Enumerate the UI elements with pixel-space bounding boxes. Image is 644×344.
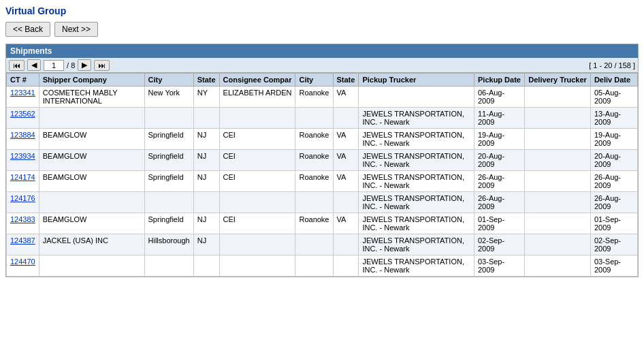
delivery-trucker-cell — [525, 234, 591, 255]
deliv-date-cell: 03-Sep-2009 — [590, 255, 637, 277]
shipments-section: Shipments ⏮ ◀ / 8 ▶ ⏭ [ 1 - 20 / 158 ] C… — [5, 44, 639, 277]
section-title: Shipments — [6, 44, 638, 58]
consignee-city-cell: Roanoke — [295, 213, 333, 234]
ct-number-cell: 123884 — [7, 129, 39, 150]
pickup-trucker-cell: JEWELS TRANSPORTATION, INC. - Newark — [359, 108, 474, 129]
shipper-city-cell: New York — [144, 87, 193, 108]
delivery-trucker-cell — [525, 171, 591, 192]
ct-link[interactable]: 123884 — [10, 131, 35, 139]
pickup-date-cell: 26-Aug-2009 — [474, 171, 525, 192]
consignee-city-cell — [295, 192, 333, 213]
deliv-date-cell: 26-Aug-2009 — [590, 192, 637, 213]
delivery-trucker-cell — [525, 129, 591, 150]
current-page-input[interactable] — [44, 60, 64, 71]
shipper-company-cell — [39, 255, 144, 277]
delivery-trucker-cell — [525, 255, 591, 277]
shipper-city-cell: Hillsborough — [144, 234, 193, 255]
consignee-company-cell: CEI — [219, 150, 295, 171]
table-row: 124387JACKEL (USA) INCHillsboroughNJJEWE… — [7, 234, 638, 255]
ct-number-cell: 123341 — [7, 87, 39, 108]
consignee-state-cell: VA — [333, 171, 359, 192]
consignee-city-cell: Roanoke — [295, 150, 333, 171]
deliv-date-cell: 13-Aug-2009 — [590, 108, 637, 129]
table-row: 124176JEWELS TRANSPORTATION, INC. - Newa… — [7, 192, 638, 213]
ct-number-cell: 123562 — [7, 108, 39, 129]
pickup-date-cell: 03-Sep-2009 — [474, 255, 525, 277]
pickup-date-cell: 20-Aug-2009 — [474, 150, 525, 171]
ct-link[interactable]: 124470 — [10, 257, 35, 266]
deliv-date-cell: 01-Sep-2009 — [590, 213, 637, 234]
shipper-state-cell — [193, 108, 219, 129]
col-consignee-state: State — [333, 74, 359, 87]
pickup-trucker-cell: JEWELS TRANSPORTATION, INC. - Newark — [359, 192, 474, 213]
back-button[interactable]: << Back — [5, 22, 50, 37]
consignee-company-cell: CEI — [219, 213, 295, 234]
table-header-row: CT # Shipper Company City State Consigne… — [7, 74, 638, 87]
pickup-trucker-cell: JEWELS TRANSPORTATION, INC. - Newark — [359, 234, 474, 255]
next-button[interactable]: Next >> — [54, 22, 98, 37]
shipper-company-cell: BEAMGLOW — [39, 129, 144, 150]
ct-link[interactable]: 124383 — [10, 215, 35, 223]
pickup-date-cell: 19-Aug-2009 — [474, 129, 525, 150]
col-delivery-trucker: Delivery Trucker — [525, 74, 591, 87]
shipper-city-cell: Springfield — [144, 213, 193, 234]
ct-link[interactable]: 124176 — [10, 194, 35, 202]
shipper-state-cell — [193, 192, 219, 213]
shipper-city-cell: Springfield — [144, 171, 193, 192]
shipper-city-cell: Springfield — [144, 150, 193, 171]
table-row: 124383BEAMGLOWSpringfieldNJCEIRoanokeVAJ… — [7, 213, 638, 234]
ct-link[interactable]: 123934 — [10, 152, 35, 160]
shipper-state-cell: NJ — [193, 129, 219, 150]
col-deliv-date: Deliv Date — [590, 74, 637, 87]
consignee-state-cell: VA — [333, 87, 359, 108]
shipper-company-cell — [39, 192, 144, 213]
shipments-table: CT # Shipper Company City State Consigne… — [6, 73, 638, 277]
shipper-city-cell — [144, 255, 193, 277]
ct-link[interactable]: 123562 — [10, 110, 35, 118]
first-page-button[interactable]: ⏮ — [9, 60, 25, 71]
shipper-company-cell: COSMETECH MABLY INTERNATIONAL — [39, 87, 144, 108]
table-row: 123562JEWELS TRANSPORTATION, INC. - Newa… — [7, 108, 638, 129]
consignee-company-cell — [219, 108, 295, 129]
ct-number-cell: 124387 — [7, 234, 39, 255]
ct-number-cell: 123934 — [7, 150, 39, 171]
shipper-company-cell: JACKEL (USA) INC — [39, 234, 144, 255]
shipper-state-cell: NJ — [193, 150, 219, 171]
page-title: Virtual Group — [5, 5, 639, 16]
table-row: 124470JEWELS TRANSPORTATION, INC. - Newa… — [7, 255, 638, 277]
table-row: 123884BEAMGLOWSpringfieldNJCEIRoanokeVAJ… — [7, 129, 638, 150]
ct-number-cell: 124383 — [7, 213, 39, 234]
range-info: [ 1 - 20 / 158 ] — [589, 61, 635, 69]
col-shipper-city: City — [144, 74, 193, 87]
ct-link[interactable]: 124174 — [10, 173, 35, 181]
ct-link[interactable]: 123341 — [10, 89, 35, 97]
pickup-trucker-cell: JEWELS TRANSPORTATION, INC. - Newark — [359, 213, 474, 234]
table-row: 124174BEAMGLOWSpringfieldNJCEIRoanokeVAJ… — [7, 171, 638, 192]
shipper-city-cell — [144, 192, 193, 213]
consignee-company-cell — [219, 192, 295, 213]
deliv-date-cell: 26-Aug-2009 — [590, 171, 637, 192]
shipper-state-cell: NJ — [193, 171, 219, 192]
ct-link[interactable]: 124387 — [10, 236, 35, 245]
next-page-button[interactable]: ▶ — [78, 59, 91, 71]
col-ct: CT # — [7, 74, 39, 87]
consignee-state-cell: VA — [333, 213, 359, 234]
deliv-date-cell: 02-Sep-2009 — [590, 234, 637, 255]
consignee-company-cell: ELIZABETH ARDEN — [219, 87, 295, 108]
consignee-city-cell — [295, 234, 333, 255]
consignee-city-cell: Roanoke — [295, 87, 333, 108]
consignee-state-cell — [333, 255, 359, 277]
pickup-trucker-cell: JEWELS TRANSPORTATION, INC. - Newark — [359, 171, 474, 192]
deliv-date-cell: 19-Aug-2009 — [590, 129, 637, 150]
col-consignee-company: Consignee Compar — [219, 74, 295, 87]
pickup-date-cell: 11-Aug-2009 — [474, 108, 525, 129]
shipper-company-cell: BEAMGLOW — [39, 213, 144, 234]
col-pickup-trucker: Pickup Trucker — [359, 74, 474, 87]
shipper-company-cell: BEAMGLOW — [39, 150, 144, 171]
consignee-company-cell — [219, 234, 295, 255]
col-pickup-date: Pickup Date — [474, 74, 525, 87]
delivery-trucker-cell — [525, 213, 591, 234]
prev-page-button[interactable]: ◀ — [27, 59, 41, 71]
last-page-button[interactable]: ⏭ — [94, 60, 110, 71]
consignee-state-cell — [333, 192, 359, 213]
